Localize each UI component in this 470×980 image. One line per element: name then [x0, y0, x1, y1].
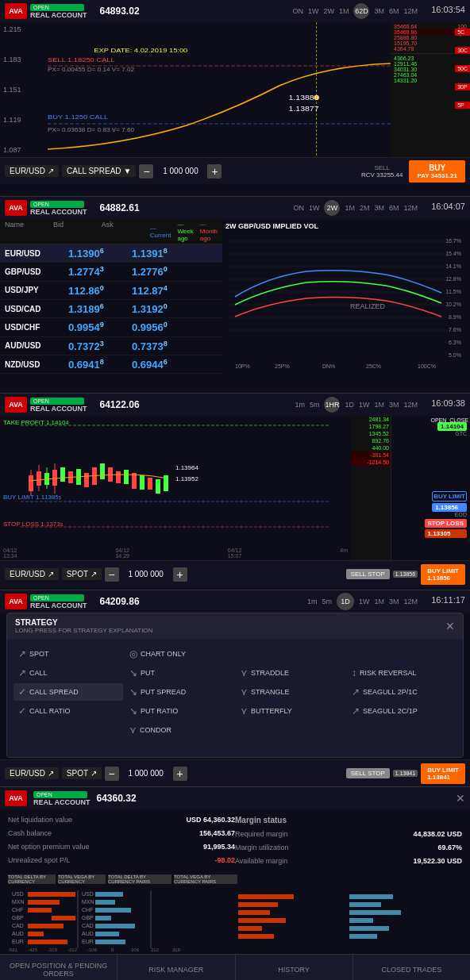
- tc-12m-3[interactable]: 12M: [403, 401, 418, 409]
- nav-risk-manager[interactable]: RISK MANAGER: [118, 955, 235, 980]
- bid-gbpusd: 1.27743: [68, 265, 132, 278]
- tc-1m-2[interactable]: 1M: [345, 204, 355, 212]
- strategy-spot[interactable]: ↗ SPOT: [13, 645, 123, 663]
- strategy-condor[interactable]: ⋎ CONDOR: [125, 721, 234, 739]
- tc-2m-2[interactable]: 2M: [360, 204, 370, 212]
- tc-12m-4[interactable]: 12M: [403, 598, 418, 605]
- tc-1w-2[interactable]: 1W: [309, 204, 320, 212]
- qty-plus-1[interactable]: +: [207, 164, 222, 179]
- tc-5m-4[interactable]: 5m: [322, 598, 332, 605]
- available-margin-value: 19,522.30 USD: [413, 857, 462, 865]
- pair-gbpusd: GBP/USD: [5, 267, 68, 276]
- tc-1hr-3[interactable]: 1HR: [324, 397, 340, 413]
- market-row-nzdusd[interactable]: NZD/USD 0.69418 0.69446: [0, 355, 222, 374]
- tc-5m-3[interactable]: 5m: [310, 401, 320, 409]
- call-btn-30p[interactable]: 30P: [455, 83, 470, 90]
- pair-selector-3[interactable]: EUR/USD ↗: [5, 568, 59, 580]
- tc-on-1[interactable]: ON: [292, 7, 303, 15]
- qty-minus-1[interactable]: −: [139, 164, 153, 179]
- pair-nzdusd: NZD/USD: [5, 360, 68, 369]
- tc-62d-1[interactable]: 62D: [353, 3, 369, 19]
- tc-on-2[interactable]: ON: [293, 204, 304, 212]
- call-btn-50c[interactable]: 50C: [455, 65, 470, 72]
- tc-2w-1[interactable]: 2W: [323, 7, 334, 15]
- nav-open-positions[interactable]: OPEN POSITION & PENDING ORDERS: [0, 955, 118, 980]
- tc-1m2-4[interactable]: 1M: [374, 598, 384, 605]
- strategy-put-spread[interactable]: ↘ PUT SPREAD: [125, 683, 234, 701]
- strategy-selector-4[interactable]: SPOT ↗: [62, 767, 102, 779]
- tc-12m-1[interactable]: 12M: [403, 7, 418, 15]
- strategy-put[interactable]: ↘ PUT: [125, 664, 234, 682]
- modal-close-btn[interactable]: ✕: [445, 620, 455, 632]
- strategy-strangle[interactable]: ⋎ STRANGLE: [236, 683, 345, 701]
- svg-text:-318: -318: [48, 947, 58, 952]
- qty-control-4: − 1 000 000 +: [105, 767, 187, 781]
- tc-1m-3[interactable]: 1m: [295, 401, 305, 409]
- price-badge-4: 1.13841: [393, 770, 418, 777]
- qty-minus-3[interactable]: −: [105, 567, 119, 582]
- tc-1w-3[interactable]: 1W: [359, 401, 370, 409]
- account-value-1: 64893.02: [100, 6, 140, 17]
- market-row-usdcad[interactable]: USD/CAD 1.31896 1.31920: [0, 300, 222, 318]
- strategy-put-ratio[interactable]: ↘ PUT RATIO: [125, 702, 234, 720]
- strategy-straddle[interactable]: ⋎ STRADDLE: [236, 664, 345, 682]
- tc-12m-2[interactable]: 12M: [403, 204, 418, 212]
- call-ratio-icon: ✓: [18, 705, 26, 717]
- panel5-account-details: OPEN REAL ACCOUNT: [33, 791, 91, 806]
- tc-1w-4[interactable]: 1W: [359, 598, 370, 605]
- date-3: 04/1215:07: [228, 548, 242, 559]
- qty-plus-4[interactable]: +: [173, 767, 187, 781]
- time-display-1: 16:03:54: [431, 5, 465, 14]
- pair-selector-1[interactable]: EUR/USD ↗: [5, 165, 59, 177]
- tc-3m-2[interactable]: 3M: [374, 204, 384, 212]
- panel5-close-btn[interactable]: ✕: [456, 792, 465, 805]
- tc-6m-2[interactable]: 6M: [389, 204, 399, 212]
- buy-button-1[interactable]: BUY PAY 34531.21: [409, 160, 465, 183]
- tc-1hr-4[interactable]: 1D: [337, 593, 354, 610]
- sell-stop-btn-4[interactable]: SELL STOP: [346, 768, 390, 778]
- ob-bid-price-2: 12911.46: [394, 61, 417, 67]
- tc-3m-4[interactable]: 3M: [389, 598, 399, 605]
- tc-1w-1[interactable]: 1W: [308, 7, 319, 15]
- market-row-usdchf[interactable]: USD/CHF 0.99549 0.99560: [0, 318, 222, 336]
- tc-1m-4[interactable]: 1m: [307, 598, 318, 605]
- qty-plus-3[interactable]: +: [173, 567, 187, 582]
- market-row-usdjpy[interactable]: USD/JPY 112.860 112.874: [0, 282, 222, 300]
- call-btn-30c[interactable]: 30C: [455, 47, 470, 54]
- strategy-selector-3[interactable]: SPOT ↗: [62, 568, 102, 580]
- strategy-call-spread[interactable]: ✓ CALL SPREAD: [13, 683, 123, 701]
- strategy-call-ratio[interactable]: ✓ CALL RATIO: [13, 702, 123, 720]
- qty-minus-4[interactable]: −: [105, 767, 119, 781]
- strategy-chart-only[interactable]: ◎ CHART ONLY: [125, 645, 234, 663]
- nav-closed-trades[interactable]: CLOSED TRADES: [353, 955, 470, 980]
- nav-history[interactable]: HISTORY: [236, 955, 353, 980]
- strategy-seagull-2p1c[interactable]: ↗ SEAGULL 2P/1C: [347, 683, 457, 701]
- tc-2w-2[interactable]: 2W: [324, 200, 340, 216]
- strategy-call[interactable]: ↗ CALL: [13, 664, 123, 682]
- strategy-risk-reversal[interactable]: ↕ RISK REVERSAL: [347, 664, 457, 682]
- tc-3m-1[interactable]: 3M: [374, 7, 384, 15]
- buy-limit-btn[interactable]: BUY LIMIT 1.13856: [421, 564, 465, 585]
- call-spread-label: CALL SPREAD: [29, 688, 79, 696]
- call-btn-5c[interactable]: 5C: [455, 29, 470, 36]
- buy-limit-price-4: 1.13841: [427, 774, 450, 781]
- straddle-icon: ⋎: [241, 667, 248, 678]
- call-btn-5p[interactable]: 5P: [455, 102, 470, 109]
- strategy-butterfly[interactable]: ⋎ BUTTERFLY: [236, 702, 345, 720]
- tc-6m-1[interactable]: 6M: [389, 7, 399, 15]
- tc-1d-3[interactable]: 1D: [345, 401, 354, 409]
- panel4-strategy: AVA OPEN REAL ACCOUNT 64209.86 1m 5m 1D …: [0, 590, 470, 787]
- market-row-eurusd[interactable]: EUR/USD 1.13906 1.13918: [0, 244, 222, 263]
- tc-1m2-3[interactable]: 1M: [374, 401, 384, 409]
- buy-limit-btn-4[interactable]: BUY LIMIT 1.13841: [421, 763, 465, 784]
- pair-selector-4[interactable]: EUR/USD ↗: [5, 767, 59, 779]
- market-row-audusd[interactable]: AUD/USD 0.73723 0.73738: [0, 337, 222, 355]
- strategy-seagull-2c1p[interactable]: ↗ SEAGULL 2C/1P: [347, 702, 457, 720]
- svg-text:12.8%: 12.8%: [445, 276, 461, 282]
- tc-1m-1[interactable]: 1M: [339, 7, 349, 15]
- strategy-selector-1[interactable]: CALL SPREAD ▼: [62, 165, 136, 177]
- market-row-gbpusd[interactable]: GBP/USD 1.27743 1.27760: [0, 263, 222, 281]
- tc-3m-3[interactable]: 3M: [389, 401, 399, 409]
- sell-stop-btn[interactable]: SELL STOP: [346, 569, 390, 579]
- mh-ask: Ask: [102, 221, 150, 242]
